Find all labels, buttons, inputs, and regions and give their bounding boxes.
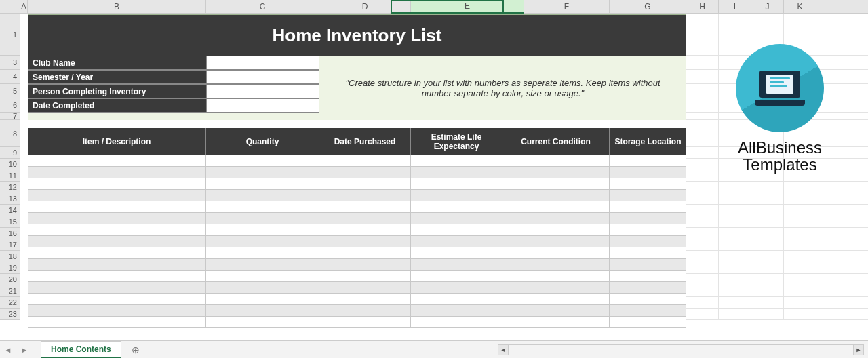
table-cell[interactable] [411,213,502,224]
table-cell[interactable] [502,271,610,282]
table-row[interactable] [28,178,686,190]
scroll-right-icon[interactable]: ► [853,344,864,355]
row-header[interactable]: 13 [0,193,20,205]
table-cell[interactable] [502,236,610,247]
table-row[interactable] [28,236,686,247]
col-header-h[interactable]: H [686,0,719,14]
table-cell[interactable] [411,178,502,190]
table-cell[interactable] [411,224,502,236]
table-cell[interactable] [502,178,610,190]
table-cell[interactable] [610,201,686,213]
th-quantity[interactable]: Quantity [206,128,319,155]
table-cell[interactable] [206,178,319,190]
row-header[interactable]: 8 [0,120,20,147]
th-storage-location[interactable]: Storage Location [610,128,686,155]
table-cell[interactable] [411,259,502,271]
row-header[interactable]: 10 [0,159,20,170]
table-cell[interactable] [206,271,319,282]
table-cell[interactable] [411,282,502,294]
row-header[interactable]: 1 [0,14,20,56]
table-cell[interactable] [610,155,686,167]
table-cell[interactable] [411,305,502,317]
table-row[interactable] [28,259,686,271]
tab-nav-prev-icon[interactable]: ◄ [0,346,16,354]
col-header-g[interactable]: G [610,0,686,14]
col-header-b[interactable]: B [28,0,206,14]
table-cell[interactable] [319,259,411,271]
table-row[interactable] [28,305,686,317]
table-cell[interactable] [319,213,411,224]
table-cell[interactable] [319,247,411,259]
column-headers[interactable]: A B C D E F G H I J K [0,0,868,14]
table-cell[interactable] [206,224,319,236]
table-cell[interactable] [28,317,206,328]
table-cell[interactable] [319,317,411,328]
table-cell[interactable] [411,294,502,305]
col-header-k[interactable]: K [784,0,816,14]
table-row[interactable] [28,190,686,201]
table-cell[interactable] [319,178,411,190]
col-header-i[interactable]: I [719,0,751,14]
table-cell[interactable] [206,282,319,294]
table-cell[interactable] [28,155,206,167]
input-semester-year[interactable] [206,70,319,84]
table-cell[interactable] [319,271,411,282]
table-cell[interactable] [610,167,686,178]
table-cell[interactable] [610,190,686,201]
table-cell[interactable] [610,178,686,190]
table-cell[interactable] [206,155,319,167]
table-cell[interactable] [411,247,502,259]
row-header[interactable]: 4 [0,70,20,84]
table-row[interactable] [28,213,686,224]
table-row[interactable] [28,224,686,236]
table-cell[interactable] [206,236,319,247]
table-cell[interactable] [319,224,411,236]
row-header[interactable]: 12 [0,182,20,193]
row-header[interactable]: 15 [0,216,20,228]
table-cell[interactable] [411,271,502,282]
row-header[interactable]: 16 [0,228,20,239]
table-cell[interactable] [319,305,411,317]
row-header[interactable]: 6 [0,98,20,113]
table-cell[interactable] [610,294,686,305]
table-cell[interactable] [411,317,502,328]
table-cell[interactable] [411,236,502,247]
table-cell[interactable] [28,247,206,259]
table-row[interactable] [28,155,686,167]
table-cell[interactable] [502,317,610,328]
table-cell[interactable] [502,224,610,236]
table-cell[interactable] [28,294,206,305]
sheet-tabs-bar[interactable]: ◄ ► Home Contents ⊕ ◄ ► [0,340,868,358]
table-cell[interactable] [28,236,206,247]
table-cell[interactable] [206,190,319,201]
table-cell[interactable] [502,247,610,259]
table-cell[interactable] [610,247,686,259]
th-current-condition[interactable]: Current Condition [502,128,610,155]
row-header[interactable]: 9 [0,147,20,159]
table-cell[interactable] [28,178,206,190]
table-cell[interactable] [610,259,686,271]
table-cell[interactable] [610,224,686,236]
select-all-corner[interactable] [0,0,20,14]
table-cell[interactable] [502,305,610,317]
table-cell[interactable] [319,282,411,294]
input-date-completed[interactable] [206,98,319,113]
table-cell[interactable] [502,294,610,305]
table-row[interactable] [28,271,686,282]
table-cell[interactable] [206,213,319,224]
table-cell[interactable] [28,190,206,201]
row-header[interactable]: 14 [0,205,20,216]
row-header[interactable]: 11 [0,170,20,182]
table-row[interactable] [28,317,686,328]
table-cell[interactable] [502,190,610,201]
table-cell[interactable] [610,213,686,224]
table-cell[interactable] [502,167,610,178]
table-cell[interactable] [319,236,411,247]
table-row[interactable] [28,294,686,305]
table-cell[interactable] [610,305,686,317]
table-cell[interactable] [411,190,502,201]
col-header-c[interactable]: C [206,0,319,14]
row-header[interactable]: 18 [0,251,20,262]
row-header[interactable]: 19 [0,262,20,274]
table-cell[interactable] [411,201,502,213]
